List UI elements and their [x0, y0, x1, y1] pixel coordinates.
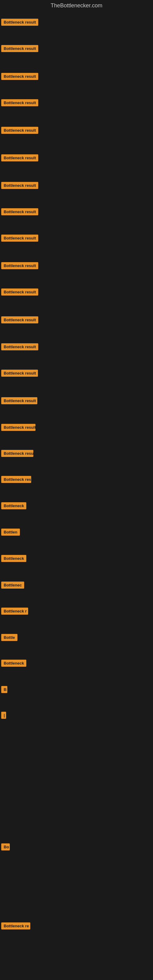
site-title: TheBottlenecker.com	[0, 0, 153, 11]
bottleneck-item: Bottleneck resu	[0, 449, 35, 460]
bottleneck-badge[interactable]: Bottleneck result	[1, 370, 38, 377]
bottleneck-item: Bottleneck result	[0, 287, 40, 298]
bottleneck-item: Bottleneck	[0, 659, 27, 669]
bottleneck-item: Bottleneck result	[0, 368, 39, 379]
bottleneck-badge[interactable]: B	[1, 686, 7, 693]
bottleneck-badge[interactable]: |	[1, 712, 6, 719]
bottleneck-item: |	[0, 711, 7, 721]
page-container: TheBottlenecker.com Bottleneck resultBot…	[0, 0, 153, 980]
bottleneck-badge[interactable]: Bottlen	[1, 528, 20, 536]
bottleneck-item: Bottleneck result	[0, 18, 40, 28]
bottleneck-badge[interactable]: Bottleneck re	[1, 923, 30, 929]
bottleneck-item: Bo	[0, 842, 11, 853]
bottleneck-badge[interactable]: Bottleneck result	[1, 288, 38, 296]
bottleneck-item: Bottleneck res	[0, 475, 32, 485]
bottleneck-badge[interactable]: Bottleneck resu	[1, 450, 33, 457]
bottleneck-item: Bottleneck result	[0, 181, 40, 191]
bottleneck-badge[interactable]: Bo	[1, 843, 10, 850]
bottleneck-badge[interactable]: Bottleneck	[1, 555, 26, 562]
bottleneck-item: Bottleneck result	[0, 44, 40, 54]
bottleneck-item: Bottleneck result	[0, 126, 40, 136]
bottleneck-item: Bottleneck r	[0, 606, 29, 617]
bottleneck-item: Bottleneck	[0, 501, 27, 512]
bottleneck-item: Bottleneck result	[0, 233, 40, 244]
bottleneck-item: Bottleneck result	[0, 98, 40, 109]
bottleneck-item: Bottleneck result	[0, 72, 40, 83]
bottleneck-badge[interactable]: Bottleneck result	[1, 127, 38, 134]
bottleneck-badge[interactable]: Bottleneck result	[1, 182, 38, 189]
bottleneck-badge[interactable]: Bottleneck	[1, 502, 26, 509]
bottleneck-item: B	[0, 685, 9, 695]
bottleneck-item: Bottleneck re	[0, 921, 32, 932]
bottleneck-item: Bottleneck result	[0, 261, 40, 272]
bottleneck-badge[interactable]: Bottleneck	[1, 660, 26, 667]
bottleneck-item: Bottleneck	[0, 554, 27, 565]
bottleneck-badge[interactable]: Bottleneck r	[1, 608, 28, 615]
bottleneck-item: Bottleneck result	[0, 423, 37, 433]
bottleneck-item: Bottleneck result	[0, 207, 40, 218]
bottleneck-badge[interactable]: Bottleneck result	[1, 262, 38, 269]
bottleneck-badge[interactable]: Bottleneck result	[1, 343, 38, 350]
bottleneck-item: Bottleneck result	[0, 315, 40, 326]
bottleneck-badge[interactable]: Bottleneck result	[1, 424, 35, 431]
bottleneck-item: Bottleneck result	[0, 342, 40, 353]
bottleneck-badge[interactable]: Bottleneck result	[1, 19, 38, 26]
bottleneck-item: Bottleneck result	[0, 153, 40, 164]
bottleneck-badge[interactable]: Bottlenec	[1, 582, 24, 589]
bottleneck-badge[interactable]: Bottleneck result	[1, 235, 38, 242]
bottleneck-badge[interactable]: Bottleneck result	[1, 154, 38, 161]
bottleneck-badge[interactable]: Bottleneck result	[1, 45, 38, 52]
bottleneck-badge[interactable]: Bottleneck result	[1, 73, 38, 80]
bottleneck-badge[interactable]: Bottleneck res	[1, 476, 31, 483]
bottleneck-item: Bottle	[0, 633, 19, 643]
bottleneck-badge[interactable]: Bottleneck result	[1, 317, 38, 323]
bottleneck-badge[interactable]: Bottleneck result	[1, 208, 38, 215]
bottleneck-badge[interactable]: Bottle	[1, 634, 18, 641]
bottleneck-badge[interactable]: Bottleneck result	[1, 99, 38, 106]
bottleneck-item: Bottlen	[0, 527, 21, 538]
bottleneck-item: Bottleneck result	[0, 396, 38, 407]
bottleneck-badge[interactable]: Bottleneck result	[1, 397, 37, 404]
bottleneck-item: Bottlenec	[0, 580, 26, 591]
